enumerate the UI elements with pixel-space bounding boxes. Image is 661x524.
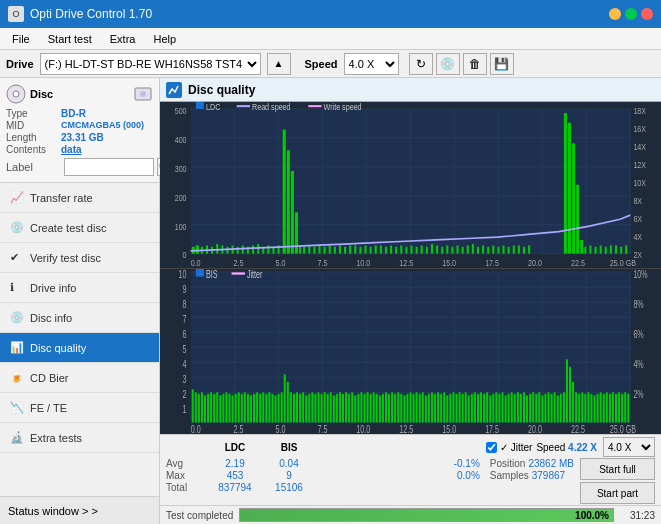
close-button[interactable] (641, 8, 653, 20)
app-title: Opti Drive Control 1.70 (30, 7, 152, 21)
svg-rect-183 (271, 393, 273, 422)
svg-rect-72 (446, 245, 448, 253)
cd-bier-label: CD Bier (30, 372, 69, 384)
speed-dropdown[interactable]: 4.0 X (603, 437, 655, 457)
svg-rect-177 (253, 393, 255, 422)
svg-rect-284 (581, 392, 583, 422)
disc-label-input[interactable] (64, 158, 154, 176)
bis-max: 9 (264, 470, 314, 481)
svg-text:8X: 8X (633, 195, 642, 206)
svg-rect-159 (198, 393, 200, 422)
svg-rect-234 (428, 393, 430, 422)
svg-rect-74 (457, 245, 459, 253)
speed-display: Speed 4.22 X (536, 442, 597, 453)
svg-rect-100 (615, 245, 617, 253)
svg-rect-249 (474, 392, 476, 422)
svg-text:10.0: 10.0 (356, 423, 370, 434)
svg-rect-164 (213, 393, 215, 422)
menu-help[interactable]: Help (145, 31, 184, 47)
start-full-button[interactable]: Start full (580, 458, 655, 480)
svg-rect-68 (426, 247, 428, 254)
svg-rect-94 (584, 247, 586, 254)
minimize-button[interactable] (609, 8, 621, 20)
svg-rect-204 (336, 393, 338, 422)
stats-panel: LDC BIS ✓ Jitter Speed 4.22 X 4.0 X (160, 434, 661, 505)
sidebar-item-drive-info[interactable]: ℹ Drive info (0, 273, 159, 303)
svg-rect-46 (313, 247, 315, 254)
samples-value: 379867 (532, 470, 565, 481)
svg-rect-278 (563, 392, 565, 422)
sidebar-item-fe-te[interactable]: 📉 FE / TE (0, 393, 159, 423)
disc-label-label: Label (6, 161, 61, 173)
drive-select[interactable]: (F:) HL-DT-ST BD-RE WH16NS58 TST4 (40, 53, 261, 75)
create-test-disc-icon: 💿 (10, 221, 24, 234)
svg-rect-86 (518, 245, 520, 253)
svg-text:2.5: 2.5 (234, 257, 244, 267)
content-area: Disc quality (160, 78, 661, 524)
menu-file[interactable]: File (4, 31, 38, 47)
contents-value[interactable]: data (61, 144, 82, 155)
menu-extra[interactable]: Extra (102, 31, 144, 47)
sidebar-item-disc-info[interactable]: 💿 Disc info (0, 303, 159, 333)
svg-text:12X: 12X (633, 159, 646, 170)
app-icon: O (8, 6, 24, 22)
svg-rect-187 (284, 374, 286, 422)
jitter-avg: -0.1% (454, 458, 480, 469)
svg-text:8: 8 (183, 298, 187, 310)
svg-rect-263 (517, 392, 519, 422)
svg-text:8%: 8% (633, 298, 643, 310)
avg-label: Avg (166, 458, 206, 469)
sidebar-item-extra-tests[interactable]: 🔬 Extra tests (0, 423, 159, 453)
svg-rect-59 (380, 245, 382, 253)
sidebar-item-create-test-disc[interactable]: 💿 Create test disc (0, 213, 159, 243)
sidebar: Disc Type BD-R MID CMCMAGBA5 (000) Lengt… (0, 78, 160, 524)
svg-rect-50 (334, 247, 336, 254)
svg-rect-98 (605, 247, 607, 254)
svg-text:2%: 2% (633, 389, 643, 401)
svg-rect-44 (303, 247, 305, 254)
svg-rect-225 (400, 393, 402, 422)
svg-text:4%: 4% (633, 358, 643, 370)
sidebar-item-disc-quality[interactable]: 📊 Disc quality (0, 333, 159, 363)
speed-text: Speed (536, 442, 568, 453)
svg-rect-188 (287, 381, 289, 422)
svg-rect-275 (554, 392, 556, 422)
maximize-button[interactable] (625, 8, 637, 20)
svg-rect-206 (342, 393, 344, 422)
svg-rect-277 (560, 393, 562, 422)
svg-rect-297 (621, 393, 623, 422)
buttons-section: Start full Start part (580, 458, 655, 504)
svg-text:20.0: 20.0 (528, 423, 542, 434)
svg-text:2.5: 2.5 (234, 423, 244, 434)
start-part-button[interactable]: Start part (580, 482, 655, 504)
sidebar-item-cd-bier[interactable]: 🍺 CD Bier (0, 363, 159, 393)
cd-bier-icon: 🍺 (10, 371, 24, 384)
svg-text:15.0: 15.0 (442, 423, 456, 434)
svg-rect-210 (354, 395, 356, 422)
svg-rect-101 (620, 247, 622, 254)
svg-rect-292 (606, 392, 608, 422)
svg-text:0.0: 0.0 (191, 257, 201, 267)
status-window[interactable]: Status window > > (0, 496, 159, 524)
refresh-icon[interactable]: ↻ (409, 53, 433, 75)
jitter-checkbox[interactable] (486, 442, 497, 453)
disc-icon[interactable]: 💿 (436, 53, 460, 75)
svg-rect-259 (505, 395, 507, 422)
eject-button[interactable]: ▲ (267, 53, 291, 75)
chart-title: Disc quality (188, 83, 255, 97)
sidebar-item-verify-test-disc[interactable]: ✔ Verify test disc (0, 243, 159, 273)
svg-text:BIS: BIS (206, 269, 218, 280)
sidebar-item-transfer-rate[interactable]: 📈 Transfer rate (0, 183, 159, 213)
svg-rect-179 (259, 393, 261, 422)
svg-text:5.0: 5.0 (276, 423, 286, 434)
save-icon[interactable]: 💾 (490, 53, 514, 75)
disc-info-icon: 💿 (10, 311, 24, 324)
svg-rect-262 (514, 393, 516, 422)
svg-rect-42 (295, 212, 298, 253)
speed-select[interactable]: 4.0 X (344, 53, 399, 75)
menu-start-test[interactable]: Start test (40, 31, 100, 47)
erase-icon[interactable]: 🗑 (463, 53, 487, 75)
svg-rect-251 (480, 392, 482, 422)
svg-text:6X: 6X (633, 213, 642, 224)
svg-text:22.5: 22.5 (571, 423, 585, 434)
